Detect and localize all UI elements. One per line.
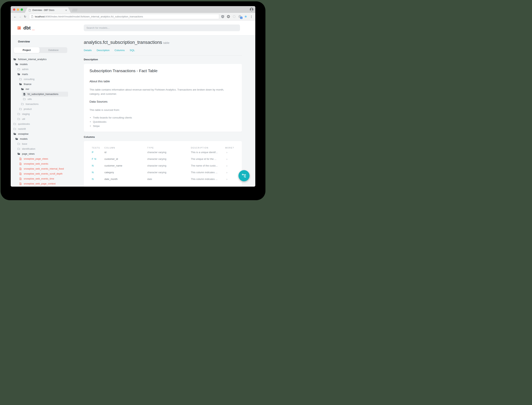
tree-item-mrr[interactable]: mrr <box>11 87 82 92</box>
file-icon <box>19 172 22 175</box>
tree-item-product[interactable]: product <box>11 107 82 112</box>
nav-link-sql[interactable]: SQL <box>130 49 135 52</box>
tree-item-identification[interactable]: identification <box>11 146 82 151</box>
snowflake-extension-icon[interactable]: ❄ <box>244 15 247 18</box>
folder-open-icon <box>13 58 16 61</box>
file-icon <box>23 93 26 95</box>
tab-project[interactable]: Project <box>14 47 39 53</box>
power-extension-icon[interactable]: x <box>238 15 242 18</box>
folder-open-icon <box>17 153 20 155</box>
nav-link-details[interactable]: Details <box>84 49 92 52</box>
folder-open-icon <box>15 63 18 66</box>
sidebar-heading: Overview <box>18 40 82 43</box>
tree-item-marts[interactable]: marts <box>11 72 82 77</box>
tree-item-redshift[interactable]: redshift <box>11 127 82 131</box>
folder-closed-icon <box>13 128 16 130</box>
tree-item-snowplow[interactable]: snowplow <box>11 131 82 136</box>
chevron-right-icon[interactable]: › <box>225 164 242 167</box>
tab-close-icon[interactable]: ✕ <box>66 9 67 11</box>
tab-database[interactable]: Database <box>39 47 67 53</box>
browser-menu-icon[interactable]: ⋮ <box>250 15 253 18</box>
table-row[interactable]: P id character varying This is a unique … <box>92 149 242 155</box>
tree-item-snowplow-web-events-time[interactable]: snowplow_web_events_time <box>11 176 82 181</box>
dag-icon <box>242 173 247 178</box>
nav-link-description[interactable]: Description <box>97 49 110 52</box>
ublock-extension-icon[interactable]: UO <box>221 15 224 18</box>
tree-item-base[interactable]: base <box>11 142 82 146</box>
search-input[interactable] <box>84 25 240 31</box>
new-tab-button[interactable] <box>72 9 78 12</box>
reload-button[interactable]: ↻ <box>23 15 27 18</box>
tree-item-transactions[interactable]: transactions <box>11 102 82 107</box>
tree-item-fct-subscription-transactions[interactable]: fct_subscription_transactions <box>11 92 82 97</box>
file-icon <box>19 157 22 160</box>
tree-item-snowplow-page-views[interactable]: snowplow_page_views <box>11 156 82 161</box>
tree-item-snowplow-web-page-context[interactable]: snowplow_web_page_context <box>11 181 82 186</box>
person-icon <box>250 8 253 11</box>
profile-avatar[interactable] <box>250 8 253 11</box>
tree-item-snowplow-web-events[interactable]: snowplow_web_events <box>11 161 82 166</box>
folder-open-icon <box>17 73 20 76</box>
back-button[interactable]: ← <box>13 15 18 19</box>
tree-item-page-views[interactable]: page_views <box>11 151 82 156</box>
lineage-graph-button[interactable] <box>238 170 250 181</box>
doc-about-heading: About this table <box>90 80 236 83</box>
chevron-right-icon[interactable]: › <box>225 151 242 154</box>
tree-item-fishtown-internal-analytics[interactable]: fishtown_internal_analytics <box>11 57 82 62</box>
browser-tab[interactable]: Overview - DBT Docs ✕ <box>25 7 71 13</box>
tree-item-admin[interactable]: admin <box>11 67 82 72</box>
folder-closed-icon <box>17 113 20 115</box>
doc-about-text: This table contains information about re… <box>90 88 235 96</box>
file-icon <box>19 177 22 180</box>
folder-open-icon <box>19 83 22 86</box>
resource-type-badge: table <box>163 41 170 44</box>
list-item: Quickbooks <box>90 120 236 124</box>
columns-card: TESTS COLUMN TYPE DESCRIPTION MORE? P id… <box>84 141 242 187</box>
disabled-extension-icon[interactable] <box>233 15 236 18</box>
file-icon <box>19 182 22 185</box>
description-card: Subscription Transactions - Fact Table A… <box>84 64 242 132</box>
doc-sources-heading: Data Sources <box>90 100 236 103</box>
sidebar-view-toggle: Project Database <box>14 47 67 53</box>
zoom-window-button[interactable] <box>21 8 23 11</box>
folder-open-icon <box>13 133 16 135</box>
doc-title: Subscription Transactions - Fact Table <box>90 68 236 73</box>
password-manager-extension-icon[interactable] <box>227 15 230 18</box>
tree-item-snowplow-web-events-scroll-depth[interactable]: snowplow_web_events_scroll_depth <box>11 171 82 176</box>
list-item: Trello boards for consulting clients <box>90 116 236 120</box>
browser-tabstrip: Overview - DBT Docs ✕ <box>11 6 255 13</box>
tree-item-staging[interactable]: staging <box>11 112 82 117</box>
doc-sources-list: Trello boards for consulting clients Qui… <box>90 116 236 128</box>
folder-open-icon <box>21 88 24 91</box>
table-row[interactable]: N date_month date This column indicates … <box>92 176 242 182</box>
app-header: dbt_ <box>11 20 255 35</box>
model-nav: Details Description Columns SQL <box>84 49 255 52</box>
dbt-logo[interactable]: dbt_ <box>16 25 35 31</box>
folder-closed-icon <box>17 148 20 150</box>
url-text: localhost:8080/index.html#!/model/model.… <box>35 15 143 18</box>
table-row[interactable]: F N customer_id character varying The un… <box>92 155 242 162</box>
tree-item-models-snowplow[interactable]: models <box>11 136 82 142</box>
tree-item-quickbooks[interactable]: quickbooks <box>11 122 82 127</box>
folder-open-icon <box>15 138 18 140</box>
divider <box>84 55 242 55</box>
tree-item-snowplow-web-events-internal-fixed[interactable]: snowplow_web_events_internal_fixed <box>11 166 82 171</box>
url-bar[interactable]: localhost:8080/index.html#!/model/model.… <box>29 14 219 19</box>
table-row[interactable]: N category character varying This column… <box>92 169 242 176</box>
tree-item-util[interactable]: util <box>11 117 82 122</box>
sidebar: Overview Project Database fishtown_inter… <box>11 35 82 187</box>
tree-item-utils[interactable]: utils <box>11 97 82 102</box>
file-icon <box>19 162 22 165</box>
tree-item-finance[interactable]: finance <box>11 82 82 87</box>
close-window-button[interactable] <box>13 8 15 11</box>
columns-section-heading: Columns <box>84 135 255 138</box>
folder-closed-icon <box>13 123 16 125</box>
minimize-window-button[interactable] <box>17 8 19 11</box>
dbt-logo-icon <box>16 25 22 31</box>
tree-item-models[interactable]: models <box>11 62 82 67</box>
nav-link-columns[interactable]: Columns <box>115 49 125 52</box>
chevron-right-icon[interactable]: › <box>225 157 242 161</box>
table-row[interactable]: N customer_name character varying The na… <box>92 162 242 169</box>
tree-item-consulting[interactable]: consulting <box>11 77 82 82</box>
main-content: analytics.fct_subscription_transactionst… <box>82 35 255 187</box>
